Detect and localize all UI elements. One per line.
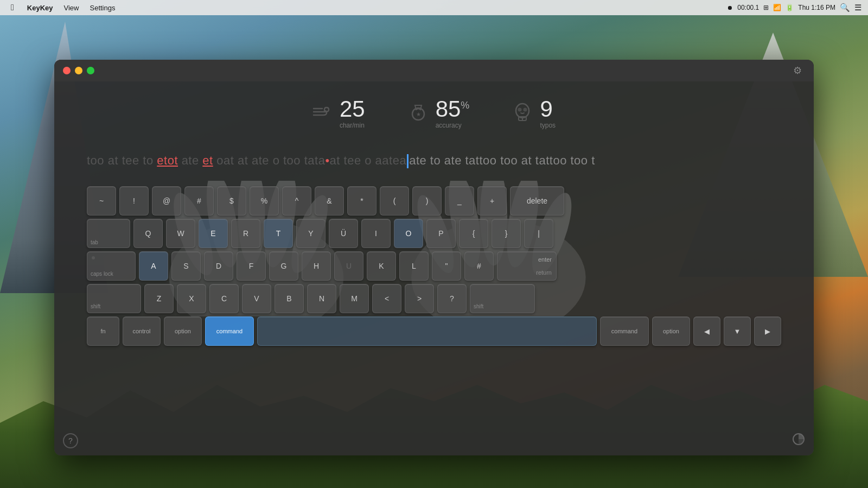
key-h[interactable]: H: [302, 251, 331, 281]
speed-content: 25 char/min: [340, 98, 365, 129]
text-part-3: at tee o aatea: [330, 154, 407, 167]
key-lbracket[interactable]: {: [459, 219, 488, 248]
key-l[interactable]: L: [399, 251, 429, 281]
key-capslock[interactable]: caps lock: [87, 251, 136, 281]
key-quote[interactable]: #: [464, 251, 494, 281]
shift-row: shift Z X C V B N M < > ? shift: [87, 284, 781, 313]
key-9[interactable]: (: [380, 186, 409, 216]
close-button[interactable]: [63, 67, 71, 74]
key-m[interactable]: M: [340, 284, 369, 313]
key-minus[interactable]: _: [445, 186, 474, 216]
accuracy-unit: %: [461, 100, 469, 111]
key-option-left[interactable]: option: [164, 316, 202, 346]
key-arrow-right[interactable]: ▶: [754, 316, 781, 346]
key-w[interactable]: W: [166, 219, 195, 248]
key-n[interactable]: N: [307, 284, 336, 313]
accuracy-label: accuracy: [436, 122, 462, 129]
key-t[interactable]: T: [264, 219, 293, 248]
typos-value: 9: [540, 98, 552, 121]
maximize-button[interactable]: [87, 67, 94, 74]
text-completed: too at tee to: [87, 154, 157, 167]
minimize-button[interactable]: [75, 67, 82, 74]
key-b[interactable]: B: [275, 284, 304, 313]
app-name-menu[interactable]: KeyKey: [23, 3, 58, 13]
key-f[interactable]: F: [237, 251, 266, 281]
key-control[interactable]: control: [123, 316, 161, 346]
typos-content: 9 typos: [540, 98, 556, 129]
key-e[interactable]: E: [199, 219, 228, 248]
key-d[interactable]: D: [204, 251, 233, 281]
key-q[interactable]: Q: [133, 219, 163, 248]
menu-icon[interactable]: ☰: [854, 3, 861, 12]
key-pipe[interactable]: |: [524, 219, 553, 248]
keyboard: ~ ! @ # $ % ^ & * ( ) _ + delete tab Q W…: [87, 186, 781, 346]
medal-icon: ★: [409, 102, 428, 125]
svg-point-6: [524, 108, 527, 112]
key-rbracket[interactable]: }: [492, 219, 521, 248]
text-space-1: ate: [178, 154, 202, 167]
key-1[interactable]: !: [119, 186, 149, 216]
key-g[interactable]: G: [269, 251, 298, 281]
typing-text-area: too at tee to etot ate et oat at ate o t…: [54, 140, 814, 181]
stats-pie-button[interactable]: [792, 433, 805, 449]
key-j[interactable]: U: [334, 251, 363, 281]
key-2[interactable]: @: [152, 186, 181, 216]
search-icon[interactable]: 🔍: [840, 3, 850, 12]
key-6[interactable]: ^: [282, 186, 311, 216]
key-v[interactable]: V: [242, 284, 271, 313]
key-delete[interactable]: delete: [510, 186, 564, 216]
key-question[interactable]: ?: [437, 284, 467, 313]
speed-stat: 25 char/min: [312, 98, 365, 129]
key-y[interactable]: Y: [296, 219, 326, 248]
key-o[interactable]: O: [394, 219, 423, 248]
help-button[interactable]: ?: [63, 433, 78, 448]
key-u[interactable]: Ü: [329, 219, 358, 248]
menubar:  KeyKey View Settings ⏺ 00:00.1 ⊞ 📶 🔋 T…: [0, 0, 868, 15]
window-bottom: ?: [63, 433, 805, 449]
key-k[interactable]: K: [367, 251, 396, 281]
key-shift-left[interactable]: shift: [87, 284, 141, 313]
typos-stat: 9 typos: [513, 98, 556, 129]
key-p[interactable]: P: [426, 219, 456, 248]
key-spacebar[interactable]: [257, 316, 597, 346]
key-a[interactable]: A: [139, 251, 168, 281]
app-window: ⚙ 25 char/min ★: [54, 60, 814, 455]
key-4[interactable]: $: [217, 186, 246, 216]
key-arrow-down[interactable]: ▼: [724, 316, 751, 346]
key-tilde[interactable]: ~: [87, 186, 116, 216]
skull-icon: [513, 102, 532, 125]
clock-display: Thu 1:16 PM: [798, 4, 835, 11]
key-command-left[interactable]: command: [205, 316, 254, 346]
key-enter[interactable]: enter return: [497, 251, 557, 281]
key-fn[interactable]: fn: [87, 316, 119, 346]
settings-button[interactable]: ⚙: [790, 63, 805, 78]
qwerty-row: tab Q W E R T Y Ü I O P { } |: [87, 219, 781, 248]
key-3[interactable]: #: [184, 186, 214, 216]
key-i[interactable]: I: [361, 219, 391, 248]
titlebar: ⚙: [54, 60, 814, 81]
key-lt[interactable]: <: [372, 284, 401, 313]
key-s[interactable]: S: [171, 251, 201, 281]
key-shift-right[interactable]: shift: [470, 284, 535, 313]
key-7[interactable]: &: [315, 186, 344, 216]
key-tab[interactable]: tab: [87, 219, 130, 248]
key-gt[interactable]: >: [405, 284, 434, 313]
key-0[interactable]: ): [412, 186, 442, 216]
key-c[interactable]: C: [209, 284, 239, 313]
key-plus[interactable]: +: [477, 186, 507, 216]
apple-menu[interactable]: : [7, 2, 18, 14]
view-menu[interactable]: View: [60, 3, 84, 13]
key-arrow-left[interactable]: ◀: [693, 316, 720, 346]
key-8[interactable]: *: [347, 186, 376, 216]
text-dot: •: [325, 154, 329, 167]
key-z[interactable]: Z: [144, 284, 174, 313]
key-x[interactable]: X: [177, 284, 206, 313]
speed-label: char/min: [340, 122, 365, 129]
settings-menu[interactable]: Settings: [86, 3, 120, 13]
key-5[interactable]: %: [250, 186, 279, 216]
key-option-right[interactable]: option: [652, 316, 690, 346]
key-command-right[interactable]: command: [600, 316, 649, 346]
text-part-2: oat at ate o too tata: [213, 154, 326, 167]
key-semicolon[interactable]: ": [432, 251, 461, 281]
key-r[interactable]: R: [231, 219, 260, 248]
